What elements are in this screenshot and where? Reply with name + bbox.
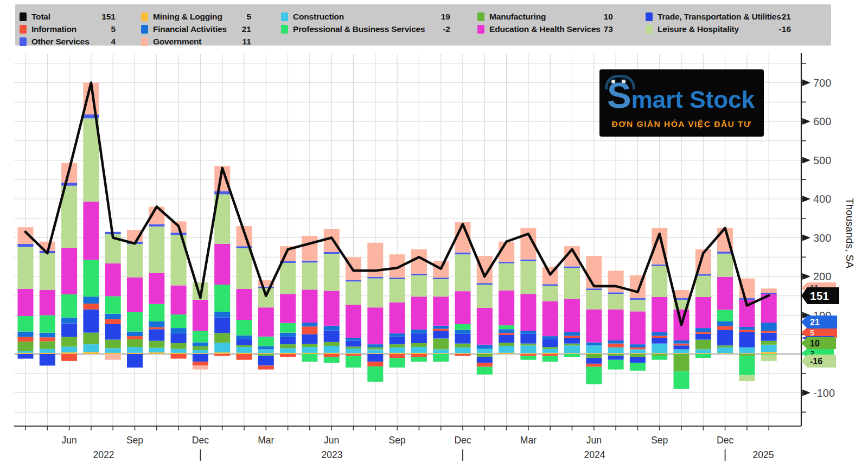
bar-segment[interactable] [499, 325, 514, 329]
bar-segment[interactable] [149, 341, 164, 348]
bar-segment[interactable] [149, 352, 164, 354]
bar-segment[interactable] [127, 339, 143, 347]
bar-segment[interactable] [739, 354, 755, 356]
bar-segment[interactable] [630, 363, 646, 370]
bar-segment[interactable] [367, 353, 383, 354]
bar-segment[interactable] [127, 336, 143, 339]
bar-segment[interactable] [564, 266, 580, 268]
bar-segment[interactable] [127, 347, 143, 353]
bar-segment[interactable] [193, 331, 208, 342]
bar-segment[interactable] [564, 345, 580, 353]
bar-segment[interactable] [18, 247, 34, 289]
bar-segment[interactable] [586, 256, 602, 288]
bar-segment[interactable] [586, 290, 602, 310]
bar-segment[interactable] [127, 244, 143, 277]
bar-segment[interactable] [237, 347, 252, 353]
bar-segment[interactable] [455, 254, 471, 291]
bar-segment[interactable] [237, 345, 252, 347]
bar-segment[interactable] [455, 324, 471, 330]
bar-segment[interactable] [717, 254, 733, 277]
bar-segment[interactable] [739, 332, 755, 347]
bar-segment[interactable] [83, 333, 99, 344]
bar-may-2024[interactable] [564, 246, 580, 357]
bar-segment[interactable] [83, 304, 99, 310]
bar-segment[interactable] [237, 339, 252, 345]
bar-segment[interactable] [302, 334, 317, 344]
bar-segment[interactable] [390, 354, 405, 358]
bar-aug-2023[interactable] [367, 243, 383, 382]
bar-segment[interactable] [346, 353, 361, 354]
bar-segment[interactable] [302, 323, 317, 326]
bar-segment[interactable] [346, 280, 361, 281]
bar-segment[interactable] [83, 202, 99, 260]
bar-segment[interactable] [302, 289, 317, 323]
bar-segment[interactable] [280, 354, 296, 357]
bar-segment[interactable] [520, 345, 536, 353]
bar-segment[interactable] [280, 353, 296, 354]
bar-segment[interactable] [455, 353, 471, 354]
bar-segment[interactable] [324, 353, 340, 354]
bar-segment[interactable] [520, 331, 536, 334]
bar-segment[interactable] [411, 249, 427, 274]
bar-segment[interactable] [761, 288, 777, 293]
bar-segment[interactable] [586, 367, 602, 384]
bar-segment[interactable] [367, 366, 383, 382]
bar-segment[interactable] [433, 354, 449, 362]
bar-segment[interactable] [258, 353, 274, 354]
bar-apr-2024[interactable] [542, 267, 558, 362]
bar-segment[interactable] [608, 294, 624, 310]
bar-segment[interactable] [695, 340, 711, 350]
bar-segment[interactable] [280, 294, 296, 323]
bar-segment[interactable] [630, 344, 646, 347]
bar-segment[interactable] [455, 334, 471, 344]
bar-segment[interactable] [214, 312, 230, 318]
bar-segment[interactable] [105, 353, 121, 354]
bar-segment[interactable] [433, 353, 449, 354]
bar-segment[interactable] [18, 316, 34, 332]
bar-segment[interactable] [214, 354, 230, 356]
bar-segment[interactable] [367, 344, 383, 347]
bar-segment[interactable] [149, 227, 164, 273]
bar-segment[interactable] [630, 353, 646, 354]
bar-segment[interactable] [411, 275, 427, 297]
legend-item-leisure-hospitality[interactable]: Leisure & Hospitality [646, 23, 739, 35]
bar-segment[interactable] [324, 252, 340, 254]
bar-segment[interactable] [258, 288, 274, 307]
bar-segment[interactable] [324, 291, 340, 325]
bar-segment[interactable] [499, 343, 514, 346]
bar-segment[interactable] [717, 353, 733, 354]
bar-segment[interactable] [127, 277, 143, 312]
bar-segment[interactable] [324, 346, 340, 353]
bar-segment[interactable] [40, 316, 55, 333]
bar-segment[interactable] [280, 323, 296, 333]
bar-segment[interactable] [346, 338, 361, 341]
bar-segment[interactable] [542, 349, 558, 353]
bar-segment[interactable] [324, 357, 340, 363]
legend-item-professional-business-services[interactable]: Professional & Business Services [281, 23, 425, 35]
bar-segment[interactable] [105, 263, 121, 297]
bar-segment[interactable] [542, 353, 558, 354]
bar-segment[interactable] [499, 329, 514, 333]
bar-segment[interactable] [390, 278, 405, 279]
bar-segment[interactable] [18, 354, 34, 359]
bar-segment[interactable] [739, 375, 755, 381]
bar-segment[interactable] [237, 289, 252, 320]
bar-segment[interactable] [608, 310, 624, 340]
bar-segment[interactable] [302, 236, 317, 261]
bar-segment[interactable] [390, 279, 405, 302]
bar-segment[interactable] [630, 347, 646, 350]
bar-segment[interactable] [761, 354, 777, 355]
bar-segment[interactable] [302, 354, 317, 362]
bar-segment[interactable] [367, 354, 383, 362]
bar-nov-2023[interactable] [433, 261, 449, 362]
bar-segment[interactable] [127, 354, 143, 368]
bar-segment[interactable] [40, 333, 55, 338]
bar-segment[interactable] [717, 326, 733, 330]
bar-segment[interactable] [258, 354, 274, 356]
bar-segment[interactable] [193, 365, 208, 369]
bar-segment[interactable] [193, 353, 208, 354]
bar-segment[interactable] [674, 371, 690, 389]
bar-dec-2023[interactable] [455, 222, 471, 356]
bar-segment[interactable] [433, 338, 449, 349]
bar-segment[interactable] [258, 365, 274, 369]
